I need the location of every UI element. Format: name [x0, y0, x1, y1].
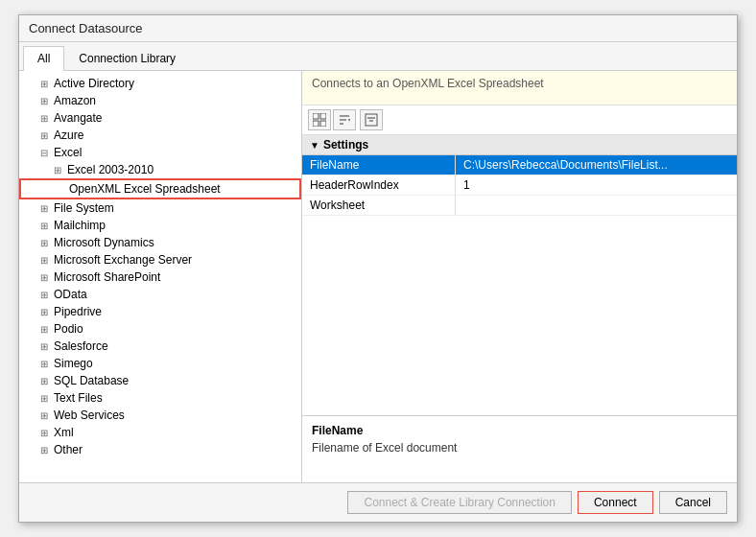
tree-label: Mailchimp	[54, 219, 106, 232]
svg-rect-2	[313, 121, 319, 127]
toolbar-row	[302, 105, 737, 135]
settings-key-worksheet: Worksheet	[302, 196, 456, 215]
sort-button[interactable]	[333, 109, 356, 130]
tab-connection-library[interactable]: Connection Library	[64, 46, 190, 70]
expand-icon: ⊞	[40, 324, 54, 335]
info-bar: Connects to an OpenXML Excel Spreadsheet	[302, 71, 737, 105]
tree-label: OpenXML Excel Spreadsheet	[69, 182, 221, 196]
tree-label: Xml	[54, 426, 74, 439]
settings-key-filename: FileName	[302, 155, 456, 175]
description-title: FileName	[312, 424, 727, 437]
sort-icon	[338, 113, 351, 127]
tree-item-file-system[interactable]: ⊞ File System	[19, 199, 301, 217]
tree-item-other[interactable]: ⊞ Other	[19, 441, 301, 458]
svg-rect-8	[366, 114, 377, 126]
tree-item-pipedrive[interactable]: ⊞ Pipedrive	[19, 303, 301, 320]
description-text: Filename of Excel document	[312, 441, 727, 455]
tree-item-amazon[interactable]: ⊞ Amazon	[19, 92, 301, 109]
settings-row-filename[interactable]: FileName C:\Users\Rebecca\Documents\File…	[302, 155, 737, 175]
expand-icon: ⊞	[40, 290, 54, 300]
expand-icon: ⊞	[40, 221, 54, 231]
tree-label: Text Files	[54, 391, 103, 405]
tree-item-openxml[interactable]: OpenXML Excel Spreadsheet	[19, 178, 301, 199]
dialog-footer: Connect & Create Library Connection Conn…	[19, 482, 737, 522]
grid-icon	[313, 113, 326, 127]
tree-label: Active Directory	[54, 77, 134, 90]
expand-icon: ⊞	[54, 165, 67, 175]
expand-icon: ⊟	[40, 148, 54, 158]
tabs-bar: All Connection Library	[19, 42, 737, 71]
tree-label: Microsoft SharePoint	[54, 270, 160, 284]
main-content: ⊞ Active Directory ⊞ Amazon ⊞ Avangate ⊞…	[19, 71, 737, 482]
expand-icon: ⊞	[40, 255, 54, 266]
tree-item-microsoft-dynamics[interactable]: ⊞ Microsoft Dynamics	[19, 234, 301, 251]
tree-item-active-directory[interactable]: ⊞ Active Directory	[19, 75, 301, 92]
tree-item-text-files[interactable]: ⊞ Text Files	[19, 389, 301, 407]
expand-icon: ⊞	[40, 96, 54, 106]
filter-button[interactable]	[360, 109, 383, 130]
tree-item-odata[interactable]: ⊞ OData	[19, 286, 301, 303]
settings-value-filename: C:\Users\Rebecca\Documents\FileList...	[456, 155, 737, 175]
tree-item-avangate[interactable]: ⊞ Avangate	[19, 109, 301, 127]
dialog-title: Connect Datasource	[19, 15, 737, 42]
tree-label: Salesforce	[54, 339, 108, 353]
expand-icon: ⊞	[40, 445, 54, 455]
tree-label: Web Services	[54, 409, 125, 422]
settings-group-header: ▼ Settings	[302, 135, 737, 155]
collapse-icon[interactable]: ▼	[310, 140, 319, 151]
left-panel: ⊞ Active Directory ⊞ Amazon ⊞ Avangate ⊞…	[19, 71, 302, 482]
tree-label: Excel 2003-2010	[67, 163, 154, 176]
expand-icon: ⊞	[40, 203, 54, 214]
tree-item-podio[interactable]: ⊞ Podio	[19, 320, 301, 338]
tree-label: Podio	[54, 322, 83, 336]
tree-item-excel-2003[interactable]: ⊞ Excel 2003-2010	[19, 161, 301, 178]
tree-label: Excel	[54, 146, 82, 159]
tree-item-sql-database[interactable]: ⊞ SQL Database	[19, 372, 301, 389]
settings-group-label: Settings	[323, 138, 368, 152]
expand-icon: ⊞	[40, 272, 54, 283]
tree-label: File System	[54, 201, 114, 215]
tree-item-azure[interactable]: ⊞ Azure	[19, 127, 301, 144]
tree-item-microsoft-exchange[interactable]: ⊞ Microsoft Exchange Server	[19, 251, 301, 268]
expand-icon	[56, 184, 69, 195]
connect-library-button[interactable]: Connect & Create Library Connection	[347, 491, 571, 514]
right-panel: Connects to an OpenXML Excel Spreadsheet	[302, 71, 737, 482]
settings-key-headerrowindex: HeaderRowIndex	[302, 175, 456, 195]
tree-label: Other	[54, 443, 83, 456]
tab-all[interactable]: All	[23, 46, 64, 71]
cancel-button[interactable]: Cancel	[659, 491, 727, 514]
tree-item-mailchimp[interactable]: ⊞ Mailchimp	[19, 217, 301, 234]
connect-datasource-dialog: Connect Datasource All Connection Librar…	[18, 14, 738, 523]
connect-button[interactable]: Connect	[578, 491, 653, 514]
tree-label: Pipedrive	[54, 305, 102, 318]
expand-icon: ⊞	[40, 410, 54, 421]
tree-label: Avangate	[54, 111, 103, 125]
tree-item-salesforce[interactable]: ⊞ Salesforce	[19, 338, 301, 355]
tree-label: Azure	[54, 128, 83, 142]
svg-rect-3	[320, 121, 326, 127]
expand-icon: ⊞	[40, 428, 54, 438]
expand-icon: ⊞	[40, 307, 54, 317]
tree-label: SQL Database	[54, 374, 129, 387]
svg-rect-0	[313, 113, 319, 119]
description-box: FileName Filename of Excel document	[302, 415, 737, 482]
expand-icon: ⊞	[40, 376, 54, 386]
tree-item-web-services[interactable]: ⊞ Web Services	[19, 407, 301, 424]
tree-label: Microsoft Exchange Server	[54, 253, 192, 267]
settings-row-headerrowindex[interactable]: HeaderRowIndex 1	[302, 175, 737, 196]
settings-value-worksheet	[456, 196, 737, 215]
tree-label: Simego	[54, 357, 93, 370]
settings-row-worksheet[interactable]: Worksheet	[302, 196, 737, 216]
tree-label: OData	[54, 288, 87, 301]
filter-icon	[365, 113, 378, 127]
svg-rect-1	[320, 113, 326, 119]
expand-icon: ⊞	[40, 359, 54, 369]
expand-icon: ⊞	[40, 393, 54, 404]
tree-item-microsoft-sharepoint[interactable]: ⊞ Microsoft SharePoint	[19, 268, 301, 286]
tree-item-excel[interactable]: ⊟ Excel	[19, 144, 301, 161]
tree-item-xml[interactable]: ⊞ Xml	[19, 424, 301, 441]
grid-view-button[interactable]	[308, 109, 331, 130]
tree-label: Microsoft Dynamics	[54, 236, 154, 249]
tree-item-simego[interactable]: ⊞ Simego	[19, 355, 301, 372]
expand-icon: ⊞	[40, 130, 54, 141]
